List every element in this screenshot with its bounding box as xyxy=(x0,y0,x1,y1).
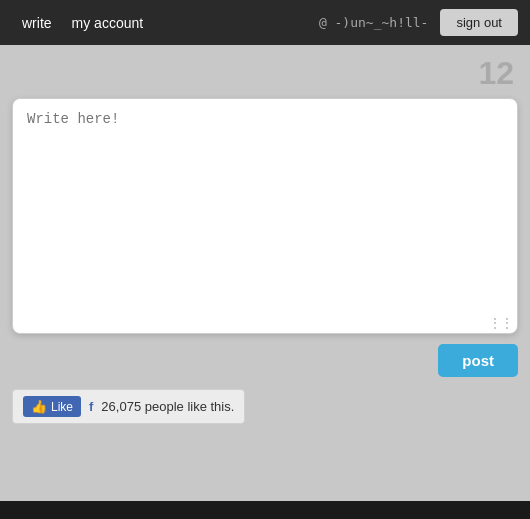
thumbs-up-icon: 👍 xyxy=(31,399,47,414)
textarea-wrapper: ⋮⋮ xyxy=(12,98,518,334)
fb-like-label: Like xyxy=(51,400,73,414)
post-button[interactable]: post xyxy=(438,344,518,377)
resize-handle-icon: ⋮⋮ xyxy=(489,317,513,329)
nav-bar: write my account @ -)un~_~h!ll- sign out xyxy=(0,0,530,45)
write-textarea[interactable] xyxy=(13,99,517,329)
main-content: 12 ⋮⋮ post 👍 Like f 26,075 people like t… xyxy=(0,45,530,519)
nav-my-account-link[interactable]: my account xyxy=(62,15,154,31)
bottom-bar xyxy=(0,501,530,519)
nav-username: @ -)un~_~h!ll- xyxy=(319,15,429,30)
fb-like-bar: 👍 Like f 26,075 people like this. xyxy=(12,389,245,424)
fb-like-button[interactable]: 👍 Like xyxy=(23,396,81,417)
sign-out-button[interactable]: sign out xyxy=(440,9,518,36)
char-count: 12 xyxy=(12,55,518,92)
nav-write-link[interactable]: write xyxy=(12,15,62,31)
facebook-logo: f xyxy=(89,399,93,414)
fb-people-text: 26,075 people like this. xyxy=(101,399,234,414)
post-row: post xyxy=(12,344,518,377)
